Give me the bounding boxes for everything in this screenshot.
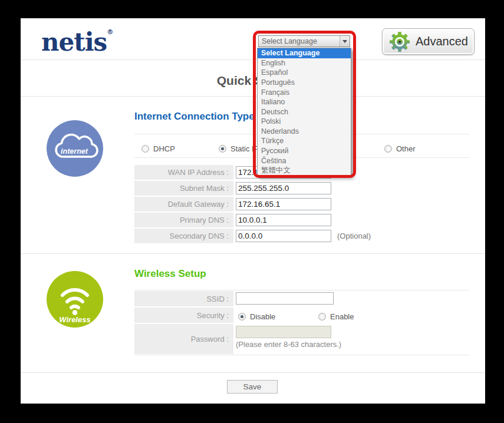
select-arrow-zone[interactable] (340, 36, 350, 47)
language-option[interactable]: Polski (258, 117, 351, 127)
language-option[interactable]: Nederlands (258, 127, 351, 137)
language-option[interactable]: Français (258, 87, 351, 97)
language-dropdown-list: Select Language English Español Portuguê… (257, 48, 351, 176)
language-option[interactable]: Italiano (258, 97, 351, 107)
gear-icon (388, 31, 411, 53)
optional-note: (Optional) (337, 232, 371, 240)
chevron-down-icon (342, 40, 347, 43)
language-option[interactable]: Português (258, 78, 351, 88)
title-band: Quick Setup (21, 60, 485, 96)
secondary-dns-label: Secondary DNS : (134, 229, 233, 243)
language-option[interactable]: 繁體中文 (258, 166, 351, 176)
radio-button-enable[interactable] (318, 313, 326, 320)
language-option[interactable]: English (258, 58, 351, 68)
advanced-button[interactable]: Advanced (382, 28, 475, 55)
internet-icon: internet (45, 119, 104, 178)
language-option[interactable]: Español (258, 68, 351, 78)
router-setup-page: netis® (21, 18, 485, 404)
form-row-secondary-dns: Secondary DNS : (Optional) (134, 229, 469, 243)
language-select-value: Select Language (262, 37, 317, 45)
password-hint: (Please enter 8-63 characters.) (236, 340, 341, 349)
netis-logo: netis® (41, 28, 113, 57)
netis-logo-text: netis (41, 28, 107, 57)
default-gateway-label: Default Gateway : (134, 197, 233, 212)
radio-button-dhcp[interactable] (141, 145, 149, 153)
radio-label-enable[interactable]: Enable (330, 312, 354, 321)
language-option[interactable]: Select Language (258, 48, 351, 58)
title-divider (21, 96, 485, 97)
radio-label-disable[interactable]: Disable (250, 312, 275, 321)
internet-section-heading: Internet Connection Type (134, 111, 255, 123)
screen-frame: netis® (0, 0, 504, 423)
primary-dns-label: Primary DNS : (134, 213, 233, 227)
wireless-form-bottom-divider (134, 355, 469, 355)
ssid-label: SSID : (134, 291, 233, 306)
section-divider (21, 253, 485, 254)
language-option[interactable]: Deutsch (258, 107, 351, 117)
password-label: Password : (134, 324, 233, 354)
save-button[interactable]: Save (227, 380, 278, 394)
form-row-subnet-mask: Subnet Mask : (134, 181, 469, 196)
language-option[interactable]: Čeština (258, 156, 351, 166)
form-row-security: Security : Disable Enable (134, 308, 469, 323)
form-row-password: Password : (Please enter 8-63 characters… (134, 324, 469, 354)
subnet-mask-label: Subnet Mask : (134, 181, 233, 196)
page-title: Quick Setup (21, 60, 485, 88)
radio-security-disable[interactable]: Disable (238, 311, 275, 322)
radio-dhcp[interactable]: DHCP (141, 143, 175, 154)
wireless-section-heading: Wireless Setup (134, 268, 206, 280)
radio-other[interactable]: Other (384, 143, 416, 154)
wan-ip-label: WAN IP Address : (134, 165, 233, 180)
secondary-dns-input[interactable] (236, 230, 331, 242)
svg-text:Wireless: Wireless (59, 315, 90, 324)
radio-security-enable[interactable]: Enable (318, 311, 354, 322)
subnet-mask-input[interactable] (236, 182, 331, 194)
ssid-input[interactable] (236, 292, 334, 305)
footer-divider (21, 372, 485, 373)
radio-label-dhcp[interactable]: DHCP (153, 144, 175, 153)
primary-dns-input[interactable] (236, 214, 331, 226)
language-option[interactable]: Русский (258, 146, 351, 156)
form-row-ssid: SSID : (134, 291, 469, 306)
svg-text:internet: internet (61, 147, 88, 156)
registered-mark: ® (107, 28, 113, 36)
radio-button-disable[interactable] (238, 313, 246, 320)
security-label: Security : (134, 308, 233, 323)
form-row-default-gateway: Default Gateway : (134, 197, 469, 212)
radio-button-other[interactable] (384, 145, 392, 153)
language-select[interactable]: Select Language (258, 35, 350, 47)
radio-button-static-ip[interactable] (219, 145, 226, 153)
radio-label-other[interactable]: Other (396, 144, 416, 153)
form-row-primary-dns: Primary DNS : (134, 213, 469, 227)
password-input[interactable] (236, 326, 331, 338)
radio-static-ip[interactable]: Static IP (219, 143, 259, 154)
wireless-icon: Wireless (45, 270, 104, 329)
wireless-form-top-divider (134, 290, 469, 290)
default-gateway-input[interactable] (236, 198, 331, 210)
radio-label-static-ip[interactable]: Static IP (230, 144, 259, 153)
language-option[interactable]: Türkçe (258, 136, 351, 146)
advanced-button-label: Advanced (416, 35, 468, 48)
